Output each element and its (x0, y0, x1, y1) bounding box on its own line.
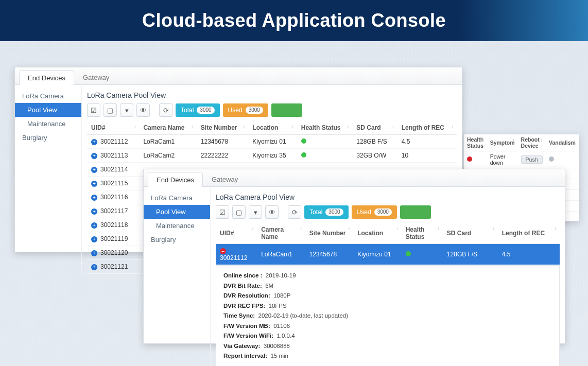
col-site[interactable]: Site Number↕ (305, 223, 354, 244)
col-camera[interactable]: Camera Name↕ (257, 223, 305, 244)
toolbar-front: ☑ ▢ ▾ 👁 ⟳ Total3000 Used3000 (216, 205, 560, 219)
view-icon[interactable]: 👁 (265, 205, 279, 219)
copy-icon[interactable]: ▢ (232, 205, 246, 219)
col-camera[interactable]: Camera Name↕ (139, 121, 196, 135)
expand-icon[interactable] (91, 139, 97, 145)
title-bar: Cloud-based Application Console (0, 0, 588, 41)
expand-icon[interactable] (91, 264, 97, 270)
expand-icon[interactable] (91, 167, 97, 173)
select-icon[interactable]: ☑ (216, 205, 229, 219)
expand-icon[interactable] (91, 208, 97, 215)
table-row-selected[interactable]: 30021112 LoRaCam1 12345678 Kiyomizu 01 1… (216, 244, 560, 265)
col-location[interactable]: Location↕ (353, 223, 402, 244)
tab-gateway-front[interactable]: Gateway (203, 171, 247, 186)
health-dot (301, 138, 306, 144)
section-title-front: LoRa Camera Pool View (216, 193, 560, 201)
col-reboot[interactable]: Reboot Device↕ (518, 134, 546, 151)
badge-total: Total3000 (176, 103, 220, 117)
badge-used-front: Used3000 (352, 205, 397, 219)
sidebar-pool-view-front[interactable]: Pool View (144, 205, 210, 219)
symptom-cell: Power down (487, 151, 518, 168)
sidebar-maintenance[interactable]: Maintenance (15, 117, 81, 131)
col-rec[interactable]: Length of REC↕ (397, 121, 457, 135)
col-uid[interactable]: UID#↕ (87, 121, 139, 135)
tabbar: End Devices Gateway (15, 67, 462, 85)
reboot-push-button[interactable]: Push (521, 155, 543, 164)
toolbar: ☑ ▢ ▾ 👁 ⟳ Total3000 Used3000 (87, 103, 457, 117)
col-uid[interactable]: UID#↕ (216, 223, 257, 244)
col-vandal[interactable]: Vandalism (546, 134, 579, 151)
sidebar: LoRa Camera Pool View Maintenance Burgla… (15, 85, 82, 274)
expand-icon[interactable] (91, 250, 97, 256)
sidebar-lora-camera-front[interactable]: LoRa Camera (144, 191, 210, 205)
vandalism-dot (549, 156, 554, 162)
expand-icon[interactable] (91, 195, 97, 201)
status-row: Power down Push (464, 151, 579, 168)
tabbar-front: End Devices Gateway (144, 169, 565, 187)
detail-box: Online since : 2019-10-19 DVR Bit Rate: … (216, 265, 560, 366)
table-row[interactable]: 30021112LoRaCam112345678Kiyomizu 01128GB… (87, 135, 457, 149)
tab-gateway[interactable]: Gateway (74, 69, 118, 84)
filter-icon[interactable]: ▾ (249, 205, 262, 219)
health-dot-red (467, 156, 472, 162)
sidebar-pool-view[interactable]: Pool View (15, 103, 81, 117)
sidebar-lora-camera[interactable]: LoRa Camera (15, 89, 81, 103)
sidebar-maintenance-front[interactable]: Maintenance (144, 219, 210, 233)
badge-total-front: Total3000 (304, 205, 349, 219)
view-icon[interactable]: 👁 (136, 103, 150, 117)
expand-icon[interactable] (91, 222, 97, 229)
sidebar-burglary[interactable]: Burglary (15, 131, 81, 145)
detail-row: Online since : 2019-10-19 DVR Bit Rate: … (216, 265, 560, 367)
collapse-icon[interactable] (220, 248, 226, 254)
badge-progress-front (400, 205, 431, 219)
expand-icon[interactable] (91, 153, 97, 159)
expand-icon[interactable] (91, 181, 97, 187)
tab-end-devices[interactable]: End Devices (19, 70, 74, 85)
select-icon[interactable]: ☑ (87, 103, 100, 117)
page-title: Cloud-based Application Console (142, 10, 446, 31)
health-dot (301, 152, 306, 158)
col-site[interactable]: Site Number↕ (197, 121, 249, 135)
col-health[interactable]: Health Status↕ (464, 134, 487, 151)
section-title: LoRa Camera Pool View (87, 91, 457, 99)
filter-icon[interactable]: ▾ (120, 103, 133, 117)
col-health[interactable]: Health Status↕ (297, 121, 353, 135)
sidebar-front: LoRa Camera Pool View Maintenance Burgla… (144, 187, 211, 366)
tab-end-devices-front[interactable]: End Devices (148, 172, 203, 187)
col-location[interactable]: Location↕ (248, 121, 297, 135)
table-row[interactable]: 30021113LoRaCam222222222Kiyomizu 3532GB … (87, 149, 457, 163)
health-dot (406, 251, 411, 256)
col-symptom[interactable]: Symptom↕ (487, 134, 518, 151)
col-sd[interactable]: SD Card↕ (352, 121, 397, 135)
col-sd[interactable]: SD Card↕ (443, 223, 498, 244)
device-table-front: UID#↕ Camera Name↕ Site Number↕ Location… (216, 223, 560, 366)
badge-used: Used3000 (223, 103, 268, 117)
refresh-icon[interactable]: ⟳ (288, 205, 301, 219)
copy-icon[interactable]: ▢ (103, 103, 117, 117)
console-window-front: End Devices Gateway LoRa Camera Pool Vie… (143, 169, 565, 344)
expand-icon[interactable] (91, 236, 97, 242)
refresh-icon[interactable]: ⟳ (159, 103, 172, 117)
col-rec[interactable]: Length of REC↕ (498, 223, 560, 244)
col-health[interactable]: Health Status↕ (402, 223, 443, 244)
sidebar-burglary-front[interactable]: Burglary (144, 233, 210, 247)
badge-progress (271, 103, 302, 117)
